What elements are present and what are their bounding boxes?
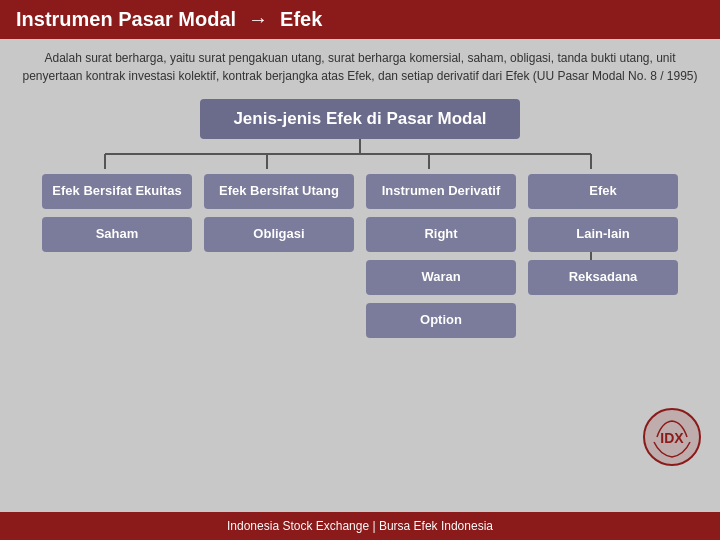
header-arrow: → — [248, 8, 268, 31]
footer-text: Indonesia Stock Exchange | Bursa Efek In… — [227, 519, 493, 533]
col1-items: Efek Bersifat Ekuitas Saham — [42, 174, 192, 252]
header-subtitle: Efek — [280, 8, 322, 31]
diagram-wrapper: Jenis-jenis Efek di Pasar Modal Efek Ber… — [30, 99, 690, 338]
description-text: Adalah surat berharga, yaitu surat penga… — [20, 49, 700, 85]
lain-lain-box: Lain-lain — [528, 217, 678, 252]
col3-items: Instrumen Derivatif Right Waran Option — [366, 174, 516, 338]
four-col-grid: Efek Bersifat Ekuitas Saham Efek Bersifa… — [42, 174, 678, 338]
page-wrapper: Instrumen Pasar Modal → Efek Adalah sura… — [0, 0, 720, 540]
header-title: Instrumen Pasar Modal — [16, 8, 236, 31]
efek-top-box: Efek — [528, 174, 678, 209]
main-title-container: Jenis-jenis Efek di Pasar Modal — [200, 99, 520, 139]
efek-utang-box: Efek Bersifat Utang — [204, 174, 354, 209]
content-area: Adalah surat berharga, yaitu surat penga… — [0, 39, 720, 512]
efek-ekuitas-box: Efek Bersifat Ekuitas — [42, 174, 192, 209]
svg-text:IDX: IDX — [660, 430, 684, 446]
instrumen-derivatif-box: Instrumen Derivatif — [366, 174, 516, 209]
header: Instrumen Pasar Modal → Efek — [0, 0, 720, 39]
footer: Indonesia Stock Exchange | Bursa Efek In… — [0, 512, 720, 540]
saham-box: Saham — [42, 217, 192, 252]
obligasi-box: Obligasi — [204, 217, 354, 252]
col4-items: Efek Lain-lain Reksadana — [528, 174, 678, 295]
idx-logo: IDX — [642, 407, 702, 467]
waran-box: Waran — [366, 260, 516, 295]
col2-items: Efek Bersifat Utang Obligasi — [204, 174, 354, 252]
main-title-box: Jenis-jenis Efek di Pasar Modal — [200, 99, 520, 139]
idx-logo-svg: IDX — [642, 407, 702, 467]
option-box: Option — [366, 303, 516, 338]
right-box: Right — [366, 217, 516, 252]
reksadana-box: Reksadana — [528, 260, 678, 295]
